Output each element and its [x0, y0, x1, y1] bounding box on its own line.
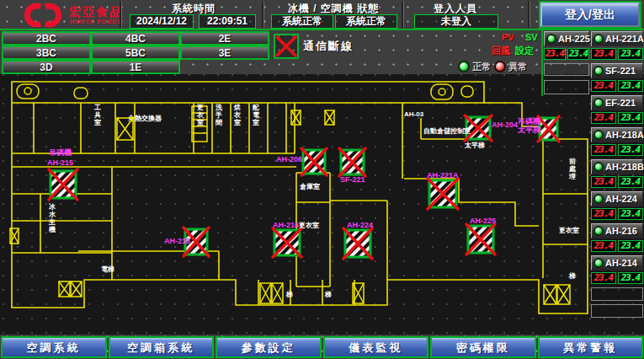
floor-button-3e[interactable]: 3E: [180, 46, 269, 60]
unit-button-AH-221A[interactable]: AH-221A: [591, 31, 643, 46]
unit-values-AH-216: 23.423.4: [591, 240, 643, 252]
abnormal-label: 異常: [508, 62, 527, 72]
room-label: 太平梯: [464, 142, 485, 149]
unit-values-AH-221A: 23.423.4: [591, 48, 643, 60]
pv-name-header: 回風: [492, 45, 510, 57]
unit-values-AH-218A: 23.423.4: [591, 144, 643, 156]
room-label: 電梯: [101, 265, 114, 273]
unit-button-AH-218B[interactable]: AH-218B: [591, 159, 643, 174]
unit-name: AH-218B: [605, 162, 644, 172]
ahu-marker[interactable]: AH-224: [343, 221, 373, 259]
unit-values-SF-221: 23.423.4: [591, 80, 643, 92]
header-separator: [120, 2, 122, 28]
floor-button-2e[interactable]: 2E: [180, 31, 269, 46]
room-label: 自動倉儲控制室: [423, 126, 471, 135]
unit-values-EF-221: 23.423.4: [591, 112, 643, 124]
unit-button-SF-221[interactable]: SF-221: [591, 63, 643, 78]
unit-sv-value: 23.4: [618, 272, 643, 284]
unit-button-AH-218A[interactable]: AH-218A: [591, 127, 643, 142]
room-label: AH-03: [404, 110, 424, 118]
unit-status-lamp: [593, 98, 604, 108]
unit-name: SF-221: [605, 66, 636, 76]
unit-button-EF-221[interactable]: EF-221: [591, 95, 643, 110]
nav-password-auth[interactable]: 密碼權限: [430, 336, 536, 358]
room-label: 工具室: [93, 104, 101, 126]
empty-slot: [544, 63, 589, 76]
ahu-marker-label: AH-218: [164, 237, 190, 245]
unit-sv-value: 23.4: [618, 144, 643, 156]
unit-sv-value: 23.4: [618, 240, 643, 252]
nav-alarm[interactable]: 異常警報: [538, 336, 644, 358]
ahu-marker-label: AH-215: [47, 158, 73, 167]
comm-alarm-label: 通信斷線: [303, 39, 354, 54]
room-label: 冰水主機: [48, 203, 56, 233]
ahu-status-value: 系統正常: [335, 14, 397, 29]
unit-button-AH-224[interactable]: AH-224: [591, 191, 643, 206]
unit-pv-value: 23.4: [591, 208, 616, 220]
unit-sv-value: 23.4: [618, 112, 643, 124]
unit-button-AH-214[interactable]: AH-214: [591, 255, 643, 271]
abnormal-lamp-icon: [494, 61, 506, 72]
unit-button-AH-225[interactable]: AH-225: [544, 31, 589, 46]
unit-values-AH-218B: 23.423.4: [591, 176, 643, 188]
unit-status-lamp: [593, 66, 604, 76]
header-separator: [528, 2, 530, 28]
ahu-marker[interactable]: AH-216: [273, 221, 301, 257]
nav-ahu-system[interactable]: 空調箱系統: [109, 336, 215, 358]
unit-pv-value: 23.4: [591, 272, 616, 284]
ahu-marker-label: AH-221A: [427, 171, 459, 180]
system-clock-value: 22:09:51: [199, 14, 256, 29]
unit-pv-value: 23.4: [591, 240, 616, 252]
header-bar: 宏亞食品 HUNYA FOODS 系統時間 2024/12/12 22:09:5…: [0, 0, 644, 30]
unit-status-panel: AH-22523.423.4AH-221A23.423.4SF-22123.42…: [543, 30, 644, 335]
floor-select-grid: 2BC4BC2E3BC5BC3E3D1E: [2, 31, 269, 74]
nav-ac-system[interactable]: 空調系統: [1, 336, 107, 358]
nav-meter-monitor[interactable]: 儀表監視: [323, 336, 429, 358]
nav-param-settings[interactable]: 參數設定: [216, 336, 322, 358]
unit-sv-value: 23.4: [618, 208, 643, 220]
unit-name: AH-216: [605, 226, 637, 236]
ahu-marker-label: 吊碼機: [49, 148, 72, 157]
ahu-marker[interactable]: AH-221A: [427, 171, 459, 209]
unit-pv-value: 23.4: [544, 48, 566, 60]
login-logout-button[interactable]: 登入/登出: [540, 3, 640, 27]
header-separator: [262, 2, 264, 28]
ahu-marker-label: AH-224: [347, 221, 373, 229]
bottom-nav-bar: 空調系統空調箱系統參數設定儀表監視密碼權限異常警報: [0, 336, 644, 358]
floor-button-3bc[interactable]: 3BC: [2, 46, 91, 60]
company-logo-icon: [22, 2, 64, 29]
ahu-marker-label: 太平梯: [517, 126, 541, 134]
unit-status-lamp: [593, 194, 604, 204]
unit-sv-value: 23.4: [567, 48, 589, 60]
floor-button-4bc[interactable]: 4BC: [91, 31, 180, 46]
room-label: 洗手間: [215, 104, 223, 126]
empty-slot: [591, 287, 643, 301]
ahu-marker-label: AH-216: [273, 221, 299, 229]
unit-name: AH-218A: [605, 130, 644, 140]
ahu-marker-label: SF-221: [340, 175, 365, 184]
value-column-headers: PV SV 回風 設定: [490, 32, 540, 57]
unit-pv-value: 23.4: [591, 144, 616, 156]
unit-name: EF-221: [605, 98, 636, 108]
floor-button-1e[interactable]: 1E: [91, 60, 180, 74]
unit-name: AH-221A: [605, 34, 644, 44]
unit-sv-value: 23.4: [618, 80, 643, 92]
floor-button-3d[interactable]: 3D: [2, 60, 91, 74]
unit-status-lamp: [546, 34, 556, 44]
ahu-marker[interactable]: AH-225: [466, 217, 496, 255]
floor-button-2bc[interactable]: 2BC: [2, 31, 91, 46]
ahu-marker[interactable]: SF-221: [339, 148, 365, 184]
room-label: 更衣室: [299, 221, 319, 229]
unit-status-lamp: [593, 162, 604, 172]
floor-button-5bc[interactable]: 5BC: [91, 46, 180, 60]
unit-pv-value: 23.4: [591, 176, 616, 188]
unit-button-AH-216[interactable]: AH-216: [591, 223, 643, 238]
normal-lamp-icon: [458, 61, 470, 72]
sv-header: SV: [525, 32, 538, 42]
unit-name: AH-225: [558, 34, 590, 44]
unit-status-lamp: [593, 34, 604, 44]
ahu-marker-label: AH-225: [470, 217, 496, 225]
sv-name-header: 設定: [515, 45, 534, 57]
legend-normal: 正常: [458, 61, 491, 76]
room-label: 梯: [324, 291, 332, 298]
